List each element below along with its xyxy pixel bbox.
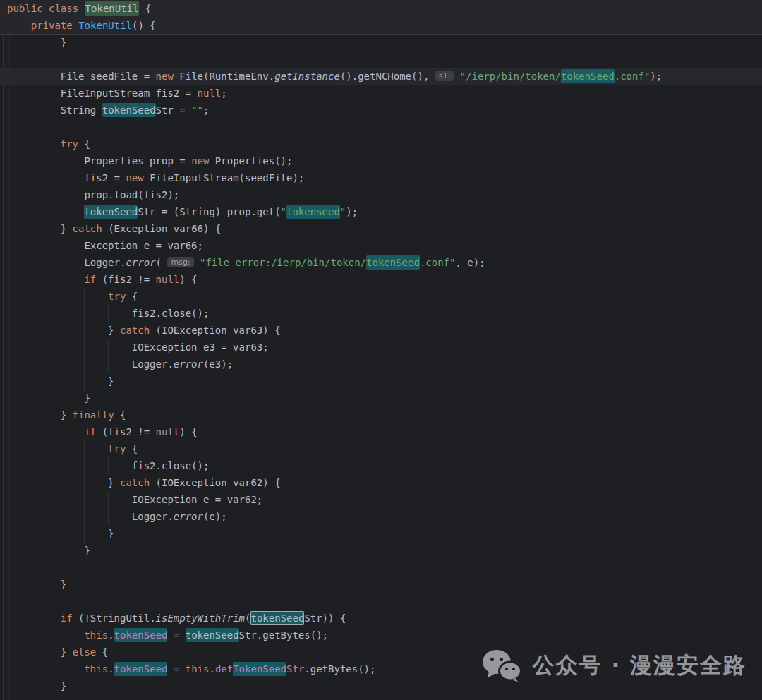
- indent-guide: [84, 491, 108, 508]
- code-line[interactable]: [0, 119, 762, 135]
- code-line[interactable]: private TokenUtil() {: [0, 17, 762, 34]
- code-token: else: [73, 646, 97, 658]
- inlay-hint: msg:: [167, 257, 193, 267]
- code-line[interactable]: IOException e = var62;: [0, 491, 762, 508]
- code-token: try: [108, 291, 126, 302]
- indent-guide: [37, 102, 61, 119]
- code-line[interactable]: Properties prop = new Properties();: [0, 152, 762, 169]
- code-line[interactable]: }: [0, 390, 762, 406]
- code-token: "": [191, 104, 203, 116]
- code-token: tokenseed: [286, 205, 340, 219]
- code-token: try: [61, 138, 78, 150]
- code-token: tokenSeed: [102, 103, 156, 117]
- code-line[interactable]: FileInputStream fis2 = null;: [0, 85, 762, 102]
- code-line[interactable]: [0, 51, 762, 68]
- code-line[interactable]: this.tokenSeed = tokenSeedStr.getBytes()…: [0, 627, 762, 644]
- code-line[interactable]: fis2.close();: [0, 305, 762, 322]
- code-token: if: [84, 274, 96, 285]
- indent-guide: [37, 85, 61, 102]
- code-token: new: [191, 155, 209, 167]
- indent-guide: [37, 34, 61, 51]
- code-line[interactable]: [0, 593, 762, 610]
- code-line[interactable]: }: [0, 542, 762, 559]
- code-line[interactable]: try {: [0, 288, 762, 305]
- code-token: {: [126, 291, 138, 302]
- code-token: fis2.close();: [132, 308, 210, 319]
- code-line[interactable]: } catch (IOException var62) {: [0, 474, 762, 491]
- code-line[interactable]: String tokenSeedStr = "";: [0, 102, 762, 119]
- code-line[interactable]: }: [0, 525, 762, 542]
- code-line[interactable]: Exception e = var66;: [0, 237, 762, 254]
- indent-guide: [61, 423, 85, 440]
- code-token: Str =: [156, 104, 192, 116]
- indent-guide: [37, 288, 61, 305]
- code-token: if: [61, 612, 73, 624]
- indent-guide: [61, 152, 85, 169]
- indent-guide: [61, 186, 85, 203]
- code-line[interactable]: }: [0, 373, 762, 390]
- code-token: (IOException var63) {: [150, 325, 280, 336]
- code-token: }: [108, 477, 120, 488]
- code-token: Properties();: [209, 155, 292, 167]
- code-token: String: [61, 104, 102, 116]
- code-line[interactable]: try {: [0, 135, 762, 152]
- code-line[interactable]: Logger.error(e3);: [0, 356, 762, 373]
- code-line[interactable]: }: [0, 34, 762, 51]
- code-line[interactable]: fis2 = new FileInputStream(seedFile);: [0, 169, 762, 186]
- indent-guide: [61, 559, 85, 576]
- code-token: );: [346, 206, 358, 217]
- code-token: Str.getBytes();: [239, 629, 328, 641]
- indent-guide: [37, 627, 61, 644]
- code-token: .: [108, 629, 114, 641]
- indent-guide: [84, 339, 108, 356]
- code-token: ": [281, 206, 286, 217]
- code-line[interactable]: } finally {: [0, 406, 762, 423]
- code-token: {: [78, 138, 90, 150]
- code-token: error: [174, 358, 203, 370]
- code-token: {: [126, 443, 138, 454]
- indent-guide: [84, 305, 108, 322]
- code-line[interactable]: fis2.close();: [0, 457, 762, 474]
- code-line[interactable]: }: [0, 576, 762, 593]
- code-line[interactable]: public class TokenUtil {: [0, 0, 762, 17]
- code-line[interactable]: if (fis2 != null) {: [0, 271, 762, 288]
- code-line[interactable]: prop.load(fis2);: [0, 186, 762, 203]
- code-line[interactable]: try {: [0, 440, 762, 457]
- code-token: null: [156, 274, 180, 285]
- code-line[interactable]: tokenSeedStr = (String) prop.get("tokens…: [0, 203, 762, 220]
- code-line[interactable]: IOException e3 = var63;: [0, 339, 762, 356]
- code-token: TokenUtil: [78, 20, 132, 31]
- code-token: Logger.: [84, 257, 126, 268]
- code-line[interactable]: Logger.error( msg: "file error:/ierp/bin…: [0, 254, 762, 271]
- code-token: (Exception var66) {: [102, 223, 222, 234]
- indent-guide: [37, 68, 61, 85]
- indent-guide: [37, 677, 61, 694]
- indent-guide: [37, 491, 61, 508]
- indent-guide: [37, 423, 61, 440]
- indent-guide: [108, 457, 132, 474]
- indent-guide: [37, 135, 61, 152]
- code-token: File(RuntimeEnv.: [174, 71, 274, 82]
- code-line[interactable]: if (!StringUtil.isEmptyWithTrim(tokenSee…: [0, 610, 762, 627]
- code-token: =: [167, 629, 185, 641]
- code-editor[interactable]: }File seedFile = new File(RuntimeEnv.get…: [0, 34, 762, 694]
- code-token: Logger.: [132, 511, 174, 522]
- code-token: {: [139, 3, 151, 14]
- code-token: tokenSeed: [84, 205, 138, 219]
- indent-guide: [37, 339, 61, 356]
- code-token: () {: [132, 20, 156, 31]
- code-token: }: [108, 325, 120, 336]
- code-line[interactable]: if (fis2 != null) {: [0, 423, 762, 440]
- indent-guide: [37, 542, 61, 559]
- code-token: =: [167, 663, 185, 675]
- code-line[interactable]: } catch (IOException var63) {: [0, 322, 762, 339]
- watermark: 公众号 · 漫漫安全路: [482, 649, 746, 682]
- code-line[interactable]: } catch (Exception var66) {: [0, 220, 762, 237]
- code-line-current[interactable]: File seedFile = new File(RuntimeEnv.getI…: [0, 68, 762, 85]
- code-line[interactable]: [0, 559, 762, 576]
- ide-editor-window: public class TokenUtil { private TokenUt…: [0, 0, 762, 700]
- indent-guide: [37, 474, 61, 491]
- code-line[interactable]: Logger.error(e);: [0, 508, 762, 525]
- indent-guide: [37, 220, 61, 237]
- sticky-lines-panel[interactable]: public class TokenUtil { private TokenUt…: [0, 0, 762, 34]
